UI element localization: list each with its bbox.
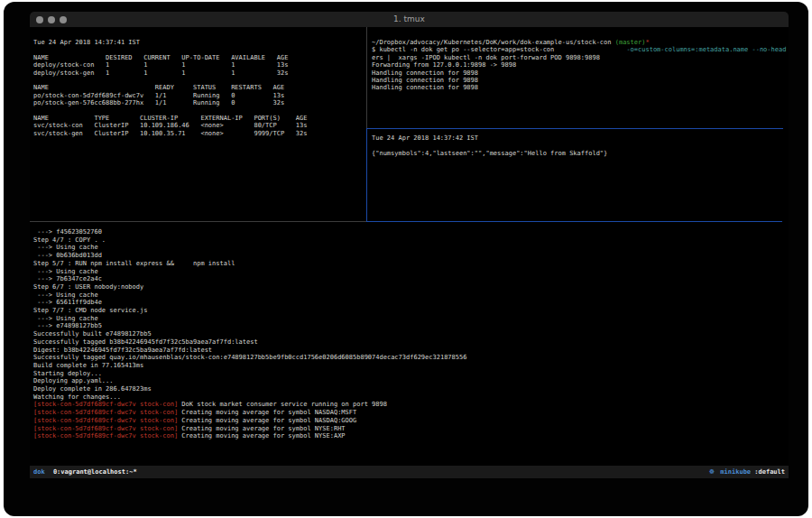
kube-namespace: :default xyxy=(754,468,785,476)
tmux-status-bar: dok 0:vagrant@localhost:~* ☸ minikube :d… xyxy=(30,466,789,478)
tmux-session: Tue 24 Apr 2018 14:37:41 IST NAME DESIRE… xyxy=(30,27,789,466)
pane-divider-vertical-inactive xyxy=(366,27,367,128)
kube-context: minikube xyxy=(720,468,751,476)
close-icon[interactable] xyxy=(36,16,43,23)
session-name: dok xyxy=(33,468,45,476)
pane-skaffold-build-log[interactable]: ---> f45623052760 Step 4/7 : COPY . . --… xyxy=(33,228,466,440)
kubernetes-icon: ☸ xyxy=(709,468,715,476)
status-window-item[interactable]: 0:vagrant@localhost:~* xyxy=(53,468,137,476)
status-right: ☸ minikube :default xyxy=(709,466,785,478)
pane-port-forward[interactable]: ~/Dropbox/advocacy/Kubernetes/DoK/work/d… xyxy=(372,39,786,92)
window-titlebar[interactable]: 1. tmux xyxy=(30,12,789,27)
pane-service-output[interactable]: Tue 24 Apr 2018 14:37:42 IST {"numsymbol… xyxy=(372,134,607,157)
pane-divider-horizontal-inactive xyxy=(30,221,366,222)
window-title: 1. tmux xyxy=(30,12,789,27)
pane-divider-vertical-active xyxy=(366,128,367,222)
desktop-background: 1. tmux Tue 24 Apr 2018 14:37:41 IST NAM… xyxy=(4,2,808,516)
traffic-lights xyxy=(36,16,67,23)
pane-kubectl-watch[interactable]: Tue 24 Apr 2018 14:37:41 IST NAME DESIRE… xyxy=(33,39,307,137)
minimize-icon[interactable] xyxy=(48,16,55,23)
pane-divider-horizontal-active-top xyxy=(366,128,783,129)
pane-divider-horizontal-active-bottom xyxy=(366,221,782,222)
zoom-icon[interactable] xyxy=(60,16,67,23)
status-left: dok 0:vagrant@localhost:~* xyxy=(33,466,137,478)
